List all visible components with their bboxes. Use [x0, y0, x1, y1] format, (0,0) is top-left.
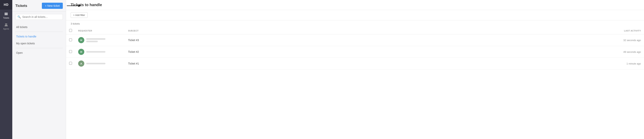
tickets-table-container: REQUESTER SUBJECT LAST ACTIVITY H: [66, 27, 644, 139]
nav-item-tickets-label: Tickets: [3, 17, 9, 19]
col-header-checkbox: [66, 27, 75, 34]
subject-cell-ticket-2[interactable]: Ticket #2: [125, 46, 610, 58]
sidebar: Tickets + New ticket 🔍 All tickets Ticke…: [12, 0, 66, 139]
svg-rect-0: [4, 13, 8, 14]
table-header: REQUESTER SUBJECT LAST ACTIVITY: [66, 27, 644, 34]
arrow-indicator: [67, 4, 82, 8]
name-bar-long: [86, 51, 106, 52]
new-ticket-button[interactable]: + New ticket: [42, 3, 63, 9]
requester-cell-ticket-3: H: [75, 34, 125, 46]
tickets-icon: [4, 12, 8, 16]
sidebar-item-open[interactable]: Open: [12, 49, 66, 56]
svg-marker-6: [78, 4, 81, 7]
search-input[interactable]: [22, 15, 61, 18]
tickets-tbody: H Ticket #3 32 seconds ago H: [66, 34, 644, 70]
add-filter-button[interactable]: + Add filter: [71, 12, 88, 18]
table-row[interactable]: A Ticket #1 1 minute ago: [66, 58, 644, 70]
name-bar-short: [86, 41, 98, 42]
name-placeholder-ticket-3: [86, 38, 106, 42]
subject-cell-ticket-1[interactable]: Ticket #1: [125, 58, 610, 70]
search-container: 🔍: [12, 12, 66, 22]
svg-rect-1: [4, 14, 8, 14]
sidebar-title: Tickets: [15, 4, 27, 8]
sidebar-header: Tickets + New ticket: [12, 0, 66, 12]
name-placeholder-ticket-2: [86, 51, 106, 52]
filter-bar: + Add filter: [66, 10, 644, 20]
row-checkbox-cell: [66, 58, 75, 70]
row-checkbox-ticket-2[interactable]: [69, 50, 72, 53]
row-checkbox-cell: [66, 34, 75, 46]
tickets-table: REQUESTER SUBJECT LAST ACTIVITY H: [66, 27, 644, 70]
search-input-wrapper[interactable]: 🔍: [15, 14, 63, 20]
page-title: Tickets to handle: [71, 3, 640, 7]
row-checkbox-ticket-1[interactable]: [69, 62, 72, 65]
row-checkbox-cell: [66, 46, 75, 58]
subject-cell-ticket-3[interactable]: Ticket #3: [125, 34, 610, 46]
sidebar-item-my-open-tickets[interactable]: My open tickets: [12, 40, 66, 47]
col-header-last-activity: LAST ACTIVITY: [610, 27, 644, 34]
nav-item-tickets[interactable]: Tickets: [0, 10, 12, 20]
avatar-ticket-3: H: [78, 37, 84, 43]
last-activity-cell-ticket-3: 32 seconds ago: [610, 34, 644, 46]
svg-rect-2: [4, 14, 8, 15]
table-row[interactable]: H Ticket #3 32 seconds ago: [66, 34, 644, 46]
select-all-checkbox[interactable]: [69, 29, 72, 32]
ticket-count: 3 tickets: [66, 20, 644, 27]
name-bar-long: [86, 38, 106, 40]
search-icon: 🔍: [18, 15, 21, 18]
requester-cell-ticket-2: H: [75, 46, 125, 58]
col-header-requester: REQUESTER: [75, 27, 125, 34]
sidebar-nav: All tickets Tickets to handle My open ti…: [12, 22, 66, 58]
nav-bar: HD Tickets Agents: [0, 0, 12, 139]
nav-logo: HD: [0, 0, 12, 10]
main-content: Tickets to handle + Add filter 3 tickets…: [66, 0, 644, 139]
requester-cell-ticket-1: A: [75, 58, 125, 70]
avatar-ticket-1: A: [78, 60, 84, 66]
divider-2: [15, 48, 63, 48]
last-activity-cell-ticket-2: 49 seconds ago: [610, 46, 644, 58]
name-bar-long: [86, 63, 106, 64]
sidebar-item-all-tickets[interactable]: All tickets: [12, 24, 66, 30]
nav-item-agents[interactable]: Agents: [0, 20, 12, 32]
row-checkbox-ticket-3[interactable]: [69, 38, 72, 41]
main-header: Tickets to handle: [66, 0, 644, 10]
agents-icon: [4, 23, 8, 27]
avatar-ticket-2: H: [78, 49, 84, 55]
last-activity-cell-ticket-1: 1 minute ago: [610, 58, 644, 70]
table-row[interactable]: H Ticket #2 49 seconds ago: [66, 46, 644, 58]
col-header-subject: SUBJECT: [125, 27, 610, 34]
name-placeholder-ticket-1: [86, 63, 106, 64]
nav-item-agents-label: Agents: [3, 28, 9, 30]
sidebar-item-tickets-to-handle[interactable]: Tickets to handle: [12, 33, 66, 40]
svg-point-3: [5, 24, 6, 25]
svg-point-4: [6, 24, 7, 25]
